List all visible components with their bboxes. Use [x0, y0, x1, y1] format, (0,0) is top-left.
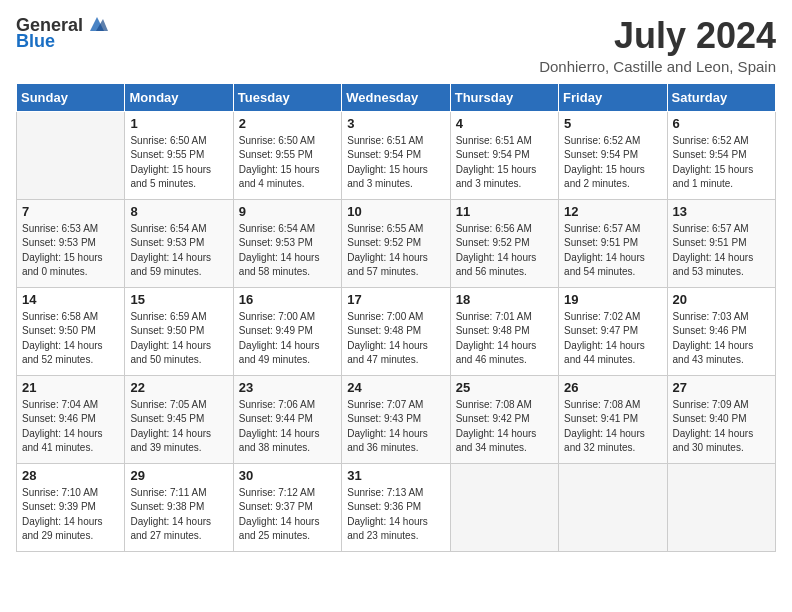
- day-info: Sunrise: 7:09 AMSunset: 9:40 PMDaylight:…: [673, 398, 770, 456]
- day-info: Sunrise: 6:57 AMSunset: 9:51 PMDaylight:…: [673, 222, 770, 280]
- calendar-cell: 20Sunrise: 7:03 AMSunset: 9:46 PMDayligh…: [667, 287, 775, 375]
- day-number: 31: [347, 468, 444, 483]
- day-info: Sunrise: 6:51 AMSunset: 9:54 PMDaylight:…: [347, 134, 444, 192]
- calendar-cell: 12Sunrise: 6:57 AMSunset: 9:51 PMDayligh…: [559, 199, 667, 287]
- day-number: 27: [673, 380, 770, 395]
- calendar-cell: 5Sunrise: 6:52 AMSunset: 9:54 PMDaylight…: [559, 111, 667, 199]
- day-info: Sunrise: 7:08 AMSunset: 9:41 PMDaylight:…: [564, 398, 661, 456]
- day-info: Sunrise: 7:01 AMSunset: 9:48 PMDaylight:…: [456, 310, 553, 368]
- day-info: Sunrise: 6:50 AMSunset: 9:55 PMDaylight:…: [239, 134, 336, 192]
- day-info: Sunrise: 7:07 AMSunset: 9:43 PMDaylight:…: [347, 398, 444, 456]
- calendar-cell: 2Sunrise: 6:50 AMSunset: 9:55 PMDaylight…: [233, 111, 341, 199]
- calendar-cell: 3Sunrise: 6:51 AMSunset: 9:54 PMDaylight…: [342, 111, 450, 199]
- logo: General Blue: [16, 16, 108, 52]
- calendar-cell: 31Sunrise: 7:13 AMSunset: 9:36 PMDayligh…: [342, 463, 450, 551]
- day-info: Sunrise: 6:55 AMSunset: 9:52 PMDaylight:…: [347, 222, 444, 280]
- month-title: July 2024: [539, 16, 776, 56]
- day-number: 20: [673, 292, 770, 307]
- title-block: July 2024 Donhierro, Castille and Leon, …: [539, 16, 776, 75]
- day-number: 18: [456, 292, 553, 307]
- day-info: Sunrise: 7:12 AMSunset: 9:37 PMDaylight:…: [239, 486, 336, 544]
- calendar-cell: [667, 463, 775, 551]
- day-number: 23: [239, 380, 336, 395]
- calendar-cell: 11Sunrise: 6:56 AMSunset: 9:52 PMDayligh…: [450, 199, 558, 287]
- day-info: Sunrise: 6:56 AMSunset: 9:52 PMDaylight:…: [456, 222, 553, 280]
- calendar-cell: 27Sunrise: 7:09 AMSunset: 9:40 PMDayligh…: [667, 375, 775, 463]
- day-number: 1: [130, 116, 227, 131]
- calendar-cell: 17Sunrise: 7:00 AMSunset: 9:48 PMDayligh…: [342, 287, 450, 375]
- week-row-4: 21Sunrise: 7:04 AMSunset: 9:46 PMDayligh…: [17, 375, 776, 463]
- day-number: 5: [564, 116, 661, 131]
- calendar-cell: 8Sunrise: 6:54 AMSunset: 9:53 PMDaylight…: [125, 199, 233, 287]
- weekday-header-friday: Friday: [559, 83, 667, 111]
- week-row-3: 14Sunrise: 6:58 AMSunset: 9:50 PMDayligh…: [17, 287, 776, 375]
- calendar-cell: 18Sunrise: 7:01 AMSunset: 9:48 PMDayligh…: [450, 287, 558, 375]
- day-number: 17: [347, 292, 444, 307]
- weekday-header-saturday: Saturday: [667, 83, 775, 111]
- location-title: Donhierro, Castille and Leon, Spain: [539, 58, 776, 75]
- day-info: Sunrise: 6:52 AMSunset: 9:54 PMDaylight:…: [673, 134, 770, 192]
- day-info: Sunrise: 6:54 AMSunset: 9:53 PMDaylight:…: [130, 222, 227, 280]
- day-number: 6: [673, 116, 770, 131]
- day-info: Sunrise: 7:04 AMSunset: 9:46 PMDaylight:…: [22, 398, 119, 456]
- day-number: 3: [347, 116, 444, 131]
- calendar-cell: 29Sunrise: 7:11 AMSunset: 9:38 PMDayligh…: [125, 463, 233, 551]
- page-header: General Blue July 2024 Donhierro, Castil…: [16, 16, 776, 75]
- day-number: 16: [239, 292, 336, 307]
- weekday-header-tuesday: Tuesday: [233, 83, 341, 111]
- weekday-header-sunday: Sunday: [17, 83, 125, 111]
- day-number: 28: [22, 468, 119, 483]
- calendar-cell: 16Sunrise: 7:00 AMSunset: 9:49 PMDayligh…: [233, 287, 341, 375]
- weekday-header-row: SundayMondayTuesdayWednesdayThursdayFrid…: [17, 83, 776, 111]
- calendar-cell: [559, 463, 667, 551]
- day-info: Sunrise: 7:03 AMSunset: 9:46 PMDaylight:…: [673, 310, 770, 368]
- day-number: 29: [130, 468, 227, 483]
- day-number: 26: [564, 380, 661, 395]
- day-number: 15: [130, 292, 227, 307]
- day-info: Sunrise: 7:05 AMSunset: 9:45 PMDaylight:…: [130, 398, 227, 456]
- calendar-cell: 21Sunrise: 7:04 AMSunset: 9:46 PMDayligh…: [17, 375, 125, 463]
- day-info: Sunrise: 6:58 AMSunset: 9:50 PMDaylight:…: [22, 310, 119, 368]
- day-number: 10: [347, 204, 444, 219]
- day-info: Sunrise: 7:08 AMSunset: 9:42 PMDaylight:…: [456, 398, 553, 456]
- week-row-5: 28Sunrise: 7:10 AMSunset: 9:39 PMDayligh…: [17, 463, 776, 551]
- logo-blue: Blue: [16, 32, 55, 52]
- day-info: Sunrise: 6:53 AMSunset: 9:53 PMDaylight:…: [22, 222, 119, 280]
- calendar-cell: 26Sunrise: 7:08 AMSunset: 9:41 PMDayligh…: [559, 375, 667, 463]
- day-number: 2: [239, 116, 336, 131]
- day-number: 21: [22, 380, 119, 395]
- calendar-cell: 10Sunrise: 6:55 AMSunset: 9:52 PMDayligh…: [342, 199, 450, 287]
- calendar-cell: 9Sunrise: 6:54 AMSunset: 9:53 PMDaylight…: [233, 199, 341, 287]
- day-info: Sunrise: 7:00 AMSunset: 9:49 PMDaylight:…: [239, 310, 336, 368]
- weekday-header-monday: Monday: [125, 83, 233, 111]
- week-row-1: 1Sunrise: 6:50 AMSunset: 9:55 PMDaylight…: [17, 111, 776, 199]
- weekday-header-wednesday: Wednesday: [342, 83, 450, 111]
- day-number: 8: [130, 204, 227, 219]
- calendar-cell: [17, 111, 125, 199]
- calendar-cell: 4Sunrise: 6:51 AMSunset: 9:54 PMDaylight…: [450, 111, 558, 199]
- day-info: Sunrise: 6:50 AMSunset: 9:55 PMDaylight:…: [130, 134, 227, 192]
- day-number: 19: [564, 292, 661, 307]
- day-number: 30: [239, 468, 336, 483]
- day-info: Sunrise: 6:52 AMSunset: 9:54 PMDaylight:…: [564, 134, 661, 192]
- day-number: 24: [347, 380, 444, 395]
- calendar-cell: 23Sunrise: 7:06 AMSunset: 9:44 PMDayligh…: [233, 375, 341, 463]
- calendar-cell: 22Sunrise: 7:05 AMSunset: 9:45 PMDayligh…: [125, 375, 233, 463]
- calendar-cell: 14Sunrise: 6:58 AMSunset: 9:50 PMDayligh…: [17, 287, 125, 375]
- week-row-2: 7Sunrise: 6:53 AMSunset: 9:53 PMDaylight…: [17, 199, 776, 287]
- day-number: 7: [22, 204, 119, 219]
- day-info: Sunrise: 7:06 AMSunset: 9:44 PMDaylight:…: [239, 398, 336, 456]
- day-info: Sunrise: 7:13 AMSunset: 9:36 PMDaylight:…: [347, 486, 444, 544]
- calendar-cell: 13Sunrise: 6:57 AMSunset: 9:51 PMDayligh…: [667, 199, 775, 287]
- day-number: 14: [22, 292, 119, 307]
- calendar-cell: 6Sunrise: 6:52 AMSunset: 9:54 PMDaylight…: [667, 111, 775, 199]
- day-number: 11: [456, 204, 553, 219]
- day-number: 12: [564, 204, 661, 219]
- calendar-cell: 1Sunrise: 6:50 AMSunset: 9:55 PMDaylight…: [125, 111, 233, 199]
- calendar-cell: [450, 463, 558, 551]
- day-number: 9: [239, 204, 336, 219]
- calendar-cell: 19Sunrise: 7:02 AMSunset: 9:47 PMDayligh…: [559, 287, 667, 375]
- day-info: Sunrise: 7:10 AMSunset: 9:39 PMDaylight:…: [22, 486, 119, 544]
- day-info: Sunrise: 6:51 AMSunset: 9:54 PMDaylight:…: [456, 134, 553, 192]
- logo-icon: [86, 13, 108, 35]
